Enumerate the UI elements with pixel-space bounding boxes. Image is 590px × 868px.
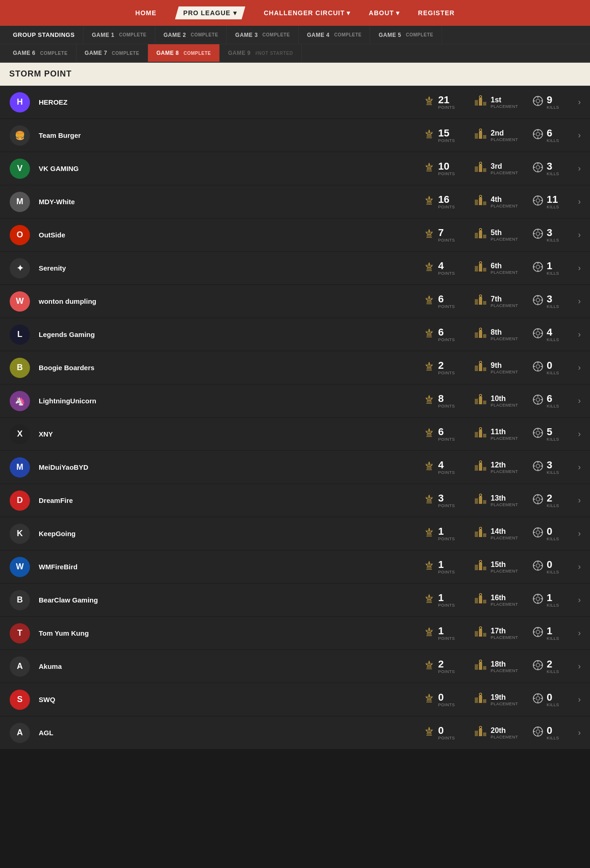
- expand-chevron[interactable]: ›: [578, 97, 581, 107]
- expand-chevron[interactable]: ›: [578, 728, 581, 738]
- team-row[interactable]: S SWQ 0 POINTS: [0, 683, 590, 716]
- expand-chevron[interactable]: ›: [578, 496, 581, 505]
- expand-chevron[interactable]: ›: [578, 296, 581, 306]
- team-row[interactable]: L Legends Gaming 6 POINTS: [0, 318, 590, 351]
- chevron-down-icon: ▾: [347, 9, 350, 17]
- team-row[interactable]: H HEROEZ 21 POINTS: [0, 86, 590, 119]
- svg-rect-184: [426, 569, 432, 570]
- expand-chevron[interactable]: ›: [578, 595, 581, 605]
- expand-chevron[interactable]: ›: [578, 562, 581, 572]
- tab-game6[interactable]: GAME 6 COMPLETE: [5, 44, 77, 62]
- stat-kills-value: 1: [547, 261, 559, 271]
- tab-game1[interactable]: GAME 1 COMPLETE: [83, 26, 155, 44]
- stat-kills-value: 3: [547, 460, 559, 470]
- tab-game8[interactable]: GAME 8 COMPLETE: [148, 44, 220, 62]
- placement-icon: [474, 394, 488, 407]
- stat-kills-value: 6: [547, 128, 559, 138]
- stat-kills-text: 0 KILLS: [547, 526, 559, 541]
- svg-rect-13: [427, 135, 431, 136]
- expand-chevron[interactable]: ›: [578, 164, 581, 173]
- stat-placement-text: 1st PLACEMENT: [490, 96, 518, 109]
- team-row[interactable]: X XNY 6 POINTS: [0, 418, 590, 451]
- team-logo-circle: 🦄: [10, 391, 30, 411]
- team-row[interactable]: K KeepGoing 1 POINTS: [0, 517, 590, 550]
- svg-rect-29: [475, 166, 478, 172]
- svg-point-188: [479, 561, 482, 563]
- stat-kills-label: KILLS: [547, 171, 559, 176]
- team-row[interactable]: B Boogie Boarders 2 POINTS: [0, 351, 590, 384]
- team-row[interactable]: 🦄 LightningUnicorn 8 POINTS: [0, 384, 590, 418]
- expand-chevron[interactable]: ›: [578, 263, 581, 273]
- tab-game2[interactable]: GAME 2 COMPLETE: [155, 26, 227, 44]
- team-row[interactable]: M MeiDuiYaoBYD 4 POINTS: [0, 451, 590, 484]
- points-icon: [423, 560, 435, 574]
- nav-pro-league[interactable]: PRO LEAGUE ▾: [175, 6, 246, 19]
- stats-group: 21 POINTS 1st PLACEMENT: [423, 95, 569, 110]
- stat-points-value: 2: [438, 360, 455, 371]
- tab-game4[interactable]: GAME 4 COMPLETE: [299, 26, 371, 44]
- expand-chevron[interactable]: ›: [578, 529, 581, 538]
- team-row[interactable]: A AGL 0 POINTS: [0, 716, 590, 750]
- team-row[interactable]: 🍔 Team Burger 15 POINTS: [0, 119, 590, 152]
- expand-chevron[interactable]: ›: [578, 462, 581, 472]
- tab-game7[interactable]: GAME 7 COMPLETE: [77, 44, 148, 62]
- expand-chevron[interactable]: ›: [578, 130, 581, 140]
- stat-placement-value: 18th: [490, 660, 518, 668]
- stat-placement-label: PLACEMENT: [490, 137, 518, 142]
- svg-rect-248: [427, 733, 431, 734]
- tab-game3[interactable]: GAME 3 COMPLETE: [227, 26, 299, 44]
- stat-kills: 11 KILLS: [532, 195, 569, 209]
- svg-rect-159: [475, 498, 478, 504]
- nav-register[interactable]: REGISTER: [418, 9, 455, 17]
- team-row[interactable]: V VK GAMING 10 POINTS: [0, 152, 590, 185]
- team-row[interactable]: A Akuma 2 POINTS: [0, 650, 590, 683]
- expand-chevron[interactable]: ›: [578, 396, 581, 406]
- stat-points: 4 POINTS: [423, 261, 460, 276]
- team-logo: D: [9, 490, 30, 511]
- svg-rect-81: [475, 299, 478, 305]
- stat-placement: 3rd PLACEMENT: [474, 162, 518, 175]
- stat-placement-text: 11th PLACEMENT: [490, 428, 518, 441]
- expand-chevron[interactable]: ›: [578, 330, 581, 339]
- tab-game9[interactable]: GAME 9 #NOT STARTED: [220, 44, 302, 62]
- stat-kills-value: 1: [547, 626, 559, 636]
- svg-point-47: [536, 199, 540, 202]
- team-row[interactable]: W wonton dumpling 6 POINTS: [0, 285, 590, 318]
- svg-point-203: [536, 597, 540, 601]
- stat-kills-label: KILLS: [547, 703, 559, 707]
- team-row[interactable]: M MDY-White 16 POINTS: [0, 185, 590, 218]
- team-logo: B: [9, 357, 30, 378]
- svg-rect-91: [427, 334, 431, 335]
- stat-kills-text: 1 KILLS: [547, 626, 559, 641]
- nav-about[interactable]: ABOUT ▾: [369, 9, 400, 17]
- stat-kills-text: 3 KILLS: [547, 228, 559, 242]
- svg-rect-147: [479, 463, 482, 471]
- svg-rect-158: [426, 502, 432, 503]
- team-row[interactable]: B BearClaw Gaming 1 POINTS: [0, 584, 590, 617]
- stat-kills-label: KILLS: [547, 205, 559, 209]
- svg-rect-222: [427, 667, 431, 668]
- svg-rect-54: [426, 237, 432, 238]
- team-row[interactable]: W WMFireBird 1 POINTS: [0, 550, 590, 584]
- tab-game5[interactable]: GAME 5 COMPLETE: [370, 26, 442, 44]
- expand-chevron[interactable]: ›: [578, 661, 581, 671]
- stat-placement-value: 19th: [490, 693, 518, 702]
- team-row[interactable]: ✦ Serenity 4 POINTS: [0, 252, 590, 285]
- stat-kills: 3 KILLS: [532, 460, 569, 475]
- nav-home[interactable]: HOME: [136, 9, 157, 17]
- svg-point-177: [536, 531, 540, 534]
- team-row[interactable]: D DreamFire 3 POINTS: [0, 484, 590, 517]
- expand-chevron[interactable]: ›: [578, 197, 581, 207]
- expand-chevron[interactable]: ›: [578, 230, 581, 240]
- nav-challenger[interactable]: CHALLENGER CIRCUIT ▾: [264, 9, 350, 17]
- team-row[interactable]: O OutSide 7 POINTS: [0, 218, 590, 252]
- stat-kills: 0 KILLS: [532, 360, 569, 375]
- stats-group: 0 POINTS 20th PLACEMENT: [423, 726, 569, 740]
- expand-chevron[interactable]: ›: [578, 363, 581, 372]
- team-row[interactable]: T Tom Yum Kung 1 POINTS: [0, 617, 590, 650]
- svg-rect-28: [426, 171, 432, 171]
- tab-group-standings[interactable]: GROUP STANDINGS: [5, 26, 83, 44]
- expand-chevron[interactable]: ›: [578, 429, 581, 439]
- expand-chevron[interactable]: ›: [578, 628, 581, 638]
- expand-chevron[interactable]: ›: [578, 695, 581, 704]
